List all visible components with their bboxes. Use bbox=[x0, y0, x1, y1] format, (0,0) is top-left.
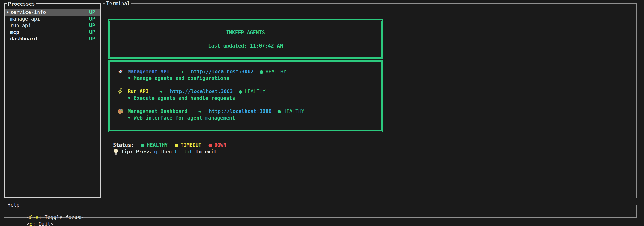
lightning-icon bbox=[117, 88, 128, 95]
health-dot-icon: ● bbox=[239, 88, 242, 95]
arrow-icon: → bbox=[160, 88, 163, 95]
tip-line: Tip: Press q then Ctrl+C to exit bbox=[113, 148, 217, 155]
service-name: Management API bbox=[128, 68, 170, 75]
process-row-run-api[interactable]: run-api UP bbox=[5, 22, 100, 29]
process-name: run-api bbox=[10, 22, 89, 29]
process-status-badge: UP bbox=[89, 36, 95, 42]
selected-marker bbox=[6, 29, 10, 36]
last-updated: Last updated: 11:07:42 AM bbox=[208, 43, 283, 49]
health-dot-icon: ● bbox=[260, 68, 263, 75]
shortcut-quit: <q: Quit> bbox=[27, 221, 54, 226]
service-name: Management Dashboard bbox=[128, 108, 188, 115]
status-legend: Status: ● HEALTHY ● TIMEOUT ● DOWN bbox=[113, 142, 226, 148]
health-dot-icon: ● bbox=[278, 108, 281, 115]
service-health: HEALTHY bbox=[284, 108, 304, 115]
tip-key-ctrl-c: Ctrl+C bbox=[175, 148, 193, 155]
process-row-mcp[interactable]: mcp UP bbox=[5, 29, 100, 36]
service-name: Run API bbox=[128, 88, 149, 95]
legend-healthy: ● HEALTHY bbox=[141, 142, 168, 148]
help-panel-title: Help bbox=[6, 202, 20, 208]
process-row-dashboard[interactable]: dashboard UP bbox=[5, 36, 100, 42]
legend-down: ● DOWN bbox=[208, 142, 226, 148]
processes-panel: Processes • service-info UP manage-api U… bbox=[4, 3, 101, 198]
process-status-badge: UP bbox=[89, 29, 95, 36]
service-description: • Web interface for agent management bbox=[117, 115, 381, 121]
service-health: HEALTHY bbox=[244, 88, 266, 95]
bulb-icon bbox=[113, 149, 121, 155]
selected-marker bbox=[6, 22, 10, 29]
processes-panel-title: Processes bbox=[7, 1, 36, 7]
service-info-header-box: INKEEP AGENTS Last updated: 11:07:42 AM bbox=[108, 19, 383, 59]
tip-text: Tip: Press bbox=[121, 148, 154, 155]
shortcut-list: <C-a: Toggle focus> <q: Quit> <j: Next> … bbox=[4, 205, 636, 226]
tip-key-q: q bbox=[154, 148, 157, 155]
healthy-dot-icon: ● bbox=[141, 142, 144, 148]
palette-icon bbox=[117, 108, 128, 115]
terminal-panel-title: Terminal bbox=[105, 0, 131, 7]
service-url[interactable]: http://localhost:3002 bbox=[191, 68, 254, 75]
legend-timeout: ● TIMEOUT bbox=[175, 142, 201, 148]
mprocs-app: Processes • service-info UP manage-api U… bbox=[0, 0, 644, 226]
status-label: Status: bbox=[113, 142, 134, 148]
selected-marker bbox=[6, 36, 10, 42]
service-entry-dashboard: Management Dashboard → http://localhost:… bbox=[117, 108, 381, 121]
services-box: Management API → http://localhost:3002 ●… bbox=[108, 60, 383, 132]
process-name: dashboard bbox=[10, 36, 89, 42]
process-status-badge: UP bbox=[89, 9, 95, 16]
process-list: • service-info UP manage-api UP run-api … bbox=[5, 4, 100, 42]
arrow-icon: → bbox=[198, 108, 201, 115]
selected-marker: • bbox=[6, 9, 10, 16]
process-row-service-info[interactable]: • service-info UP bbox=[5, 9, 100, 16]
process-name: manage-api bbox=[10, 16, 89, 22]
service-health: HEALTHY bbox=[266, 68, 286, 75]
app-title: INKEEP AGENTS bbox=[226, 29, 265, 36]
process-name: service-info bbox=[10, 9, 89, 16]
down-dot-icon: ● bbox=[208, 142, 212, 148]
selected-marker bbox=[6, 16, 10, 22]
help-panel: Help <C-a: Toggle focus> <q: Quit> <j: N… bbox=[4, 205, 637, 218]
timeout-dot-icon: ● bbox=[175, 142, 178, 148]
arrow-icon: → bbox=[180, 68, 184, 75]
service-url[interactable]: http://localhost:3000 bbox=[209, 108, 272, 115]
rocket-icon bbox=[117, 69, 128, 75]
process-status-badge: UP bbox=[89, 16, 95, 22]
process-name: mcp bbox=[10, 29, 89, 36]
shortcut-toggle-focus: <C-a: Toggle focus> bbox=[27, 215, 83, 220]
service-entry-management-api: Management API → http://localhost:3002 ●… bbox=[117, 68, 381, 82]
service-entry-run-api: Run API → http://localhost:3003 ● HEALTH… bbox=[117, 88, 381, 101]
service-description: • Execute agents and handle requests bbox=[117, 95, 381, 101]
service-description: • Manage agents and configurations bbox=[117, 75, 381, 82]
process-status-badge: UP bbox=[89, 22, 95, 29]
service-url[interactable]: http://localhost:3003 bbox=[170, 88, 233, 95]
terminal-panel: Terminal INKEEP AGENTS Last updated: 11:… bbox=[103, 3, 637, 198]
process-row-manage-api[interactable]: manage-api UP bbox=[5, 16, 100, 22]
